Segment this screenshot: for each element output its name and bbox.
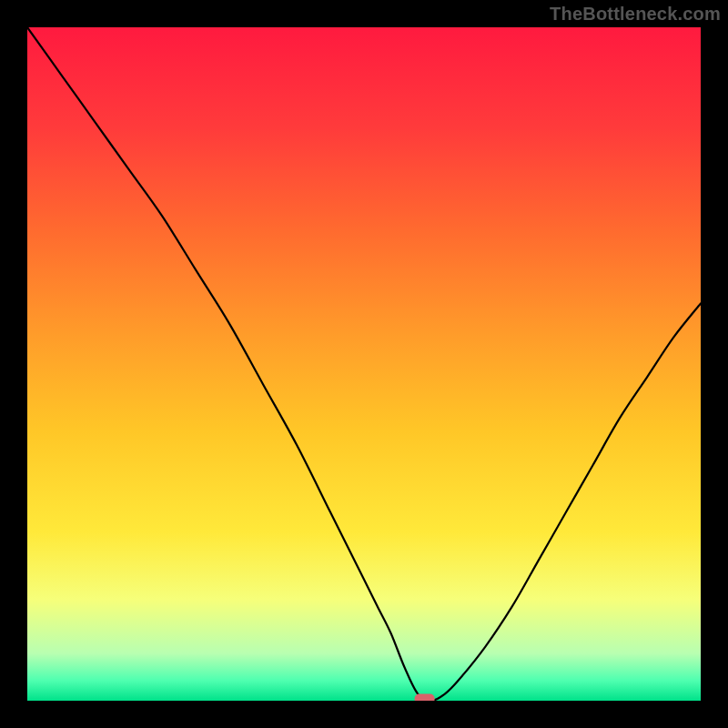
chart-svg	[27, 27, 701, 701]
plot-area	[27, 27, 701, 701]
watermark-text: TheBottleneck.com	[550, 4, 721, 25]
gradient-background	[27, 27, 701, 701]
optimal-marker	[415, 694, 435, 702]
chart-frame: TheBottleneck.com	[0, 0, 728, 728]
